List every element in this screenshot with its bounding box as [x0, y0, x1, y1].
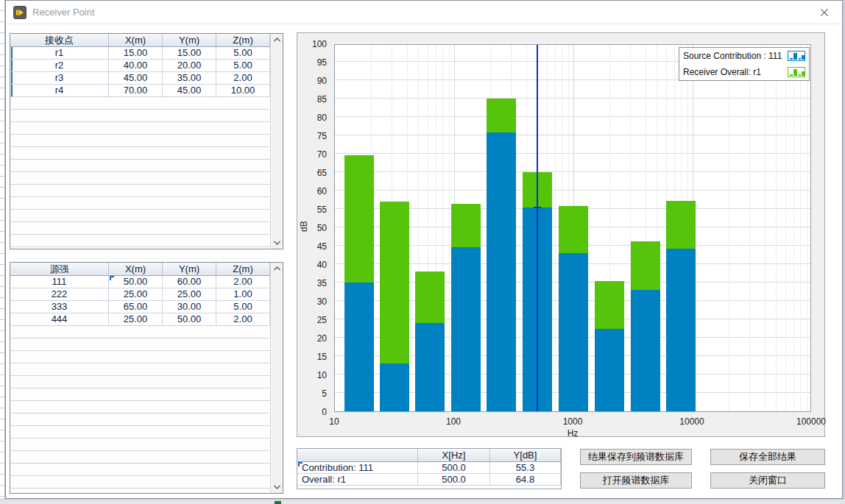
contribution-bar [559, 253, 588, 411]
table-cell[interactable]: 50.00 [163, 313, 216, 326]
source-table-scrollbar[interactable] [270, 263, 283, 493]
column-header[interactable]: X(m) [109, 34, 163, 46]
table-cell[interactable]: 45.00 [163, 85, 216, 97]
column-header[interactable]: Y(m) [163, 263, 216, 275]
empty-table-row[interactable] [10, 122, 270, 135]
table-row: 11150.0060.002.00 [10, 276, 270, 288]
table-cell[interactable]: 2.00 [216, 313, 270, 326]
table-cell[interactable]: r2 [10, 60, 109, 72]
receiver-table-scrollbar[interactable] [270, 34, 283, 249]
save-all-results-button[interactable]: 保存全部结果 [710, 449, 825, 465]
empty-table-row[interactable] [10, 172, 270, 185]
gridline [335, 171, 810, 172]
table-cell[interactable]: 25.00 [109, 313, 163, 326]
column-header[interactable]: 接收点 [10, 34, 109, 46]
open-spectrum-database-button[interactable]: 打开频谱数据库 [580, 472, 692, 489]
table-cell[interactable]: 5.00 [216, 60, 270, 72]
empty-table-row[interactable] [10, 451, 270, 464]
column-header[interactable]: 源强 [10, 263, 109, 275]
table-cell[interactable]: 40.00 [109, 60, 163, 72]
empty-table-row[interactable] [10, 210, 270, 222]
column-header[interactable]: X[Hz] [418, 449, 490, 461]
column-header[interactable]: Z(m) [216, 34, 270, 46]
empty-table-row[interactable] [10, 326, 270, 338]
legend-item-overall[interactable]: Receiver Overall: r1 [679, 64, 809, 80]
table-cell[interactable]: 5.00 [216, 47, 270, 60]
empty-table-row[interactable] [10, 197, 270, 210]
empty-table-row[interactable] [10, 426, 270, 439]
table-cell[interactable]: 64.8 [490, 474, 561, 486]
empty-table-row[interactable] [10, 363, 270, 376]
table-cell[interactable]: 2.00 [216, 276, 270, 288]
table-cell[interactable]: 20.00 [163, 60, 216, 72]
empty-table-row[interactable] [10, 247, 270, 249]
column-header[interactable] [297, 449, 418, 461]
table-cell[interactable]: 500.0 [418, 474, 490, 486]
close-window-button[interactable]: 关闭窗口 [710, 472, 825, 489]
empty-table-row[interactable] [10, 110, 270, 122]
empty-table-row[interactable] [10, 135, 270, 147]
empty-table-row[interactable] [10, 160, 270, 172]
column-header[interactable]: Y[dB] [490, 449, 561, 461]
table-cell[interactable]: Overall: r1 [297, 474, 418, 486]
y-tick-label: 90 [297, 76, 327, 86]
scroll-up-button[interactable] [271, 34, 283, 46]
scroll-down-button[interactable] [271, 237, 283, 249]
table-cell[interactable]: r3 [10, 72, 109, 85]
table-cell[interactable]: 500.0 [418, 462, 490, 474]
table-cell[interactable]: 25.00 [163, 288, 216, 301]
table-cell[interactable]: 60.00 [163, 276, 216, 288]
empty-table-row[interactable] [10, 376, 270, 388]
empty-table-row[interactable] [10, 476, 270, 489]
column-header[interactable]: Z(m) [216, 263, 270, 275]
table-cell[interactable]: 111 [10, 276, 109, 288]
overall-bar [595, 281, 624, 329]
empty-table-row[interactable] [10, 235, 270, 247]
close-button[interactable] [811, 2, 838, 23]
y-tick-label: 65 [297, 168, 327, 178]
x-tick-label: 100 [424, 416, 483, 427]
scroll-down-button[interactable] [271, 481, 283, 493]
empty-table-row[interactable] [10, 439, 270, 451]
empty-table-row[interactable] [10, 222, 270, 235]
table-cell[interactable]: r4 [10, 85, 109, 97]
cursor-line[interactable] [537, 45, 538, 411]
scroll-up-button[interactable] [271, 263, 283, 274]
table-cell[interactable]: 65.00 [109, 301, 163, 313]
table-cell[interactable]: 50.00 [109, 276, 163, 288]
table-cell[interactable]: 45.00 [109, 72, 163, 85]
table-cell[interactable]: 55.3 [490, 462, 561, 474]
table-cell[interactable]: 222 [10, 288, 109, 301]
x-tick-label: 10 [305, 416, 364, 427]
table-cell[interactable]: 30.00 [163, 301, 216, 313]
empty-table-row[interactable] [10, 388, 270, 401]
column-header[interactable]: Y(m) [163, 34, 216, 46]
table-cell[interactable]: 25.00 [109, 288, 163, 301]
table-cell[interactable]: 2.00 [216, 72, 270, 85]
save-results-to-spectrum-database-button[interactable]: 结果保存到频谱数据库 [580, 449, 692, 465]
table-cell[interactable]: 333 [10, 301, 109, 313]
table-cell[interactable]: r1 [10, 47, 109, 60]
table-cell[interactable]: 70.00 [109, 85, 163, 97]
column-header[interactable]: X(m) [109, 263, 163, 275]
empty-table-row[interactable] [10, 414, 270, 426]
plot-area[interactable] [334, 44, 811, 412]
legend-item-contribution[interactable]: Source Contribution : 111 [679, 48, 809, 64]
table-cell[interactable]: 10.00 [216, 85, 270, 97]
empty-table-row[interactable] [10, 401, 270, 414]
table-cell[interactable]: 15.00 [163, 47, 216, 60]
chevron-up-icon [274, 266, 280, 271]
empty-table-row[interactable] [10, 351, 270, 363]
table-cell[interactable]: Contribution: 111 [297, 462, 418, 474]
table-cell[interactable]: 5.00 [216, 301, 270, 313]
table-cell[interactable]: 15.00 [109, 47, 163, 60]
table-cell[interactable]: 444 [10, 313, 109, 326]
table-cell[interactable]: 35.00 [163, 72, 216, 85]
empty-table-row[interactable] [10, 338, 270, 351]
table-cell[interactable]: 1.00 [216, 288, 270, 301]
empty-table-row[interactable] [10, 185, 270, 197]
empty-table-row[interactable] [10, 97, 270, 110]
empty-table-row[interactable] [10, 464, 270, 476]
empty-table-row[interactable] [10, 489, 270, 493]
empty-table-row[interactable] [10, 147, 270, 160]
